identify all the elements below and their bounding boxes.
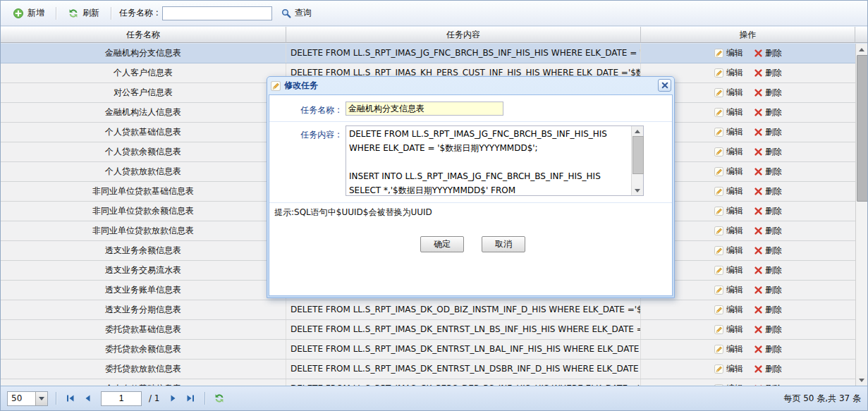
edit-pencil-icon — [714, 207, 723, 216]
edit-link[interactable]: 编辑 — [714, 142, 743, 161]
edit-link[interactable]: 编辑 — [714, 320, 743, 339]
delete-link[interactable]: 删除 — [754, 83, 782, 102]
pager-refresh-button[interactable] — [213, 392, 226, 405]
query-button[interactable]: 查询 — [276, 4, 317, 22]
edit-pencil-icon — [271, 81, 281, 91]
edit-link-label: 编辑 — [726, 202, 743, 221]
grid-vertical-scrollbar[interactable] — [855, 44, 867, 386]
page-total-label: / 1 — [149, 393, 160, 403]
table-row[interactable]: 个人存款基础信息表 DELETE FROM LL.S_RPT_IMAS_CK_P… — [1, 379, 855, 386]
grid-header: 任务名称 任务内容 操作 — [1, 27, 867, 44]
column-header-content[interactable]: 任务内容 — [286, 27, 641, 43]
prev-page-button[interactable] — [81, 392, 94, 405]
edit-link[interactable]: 编辑 — [714, 83, 743, 102]
scroll-up-button[interactable] — [632, 126, 643, 136]
edit-link[interactable]: 编辑 — [714, 162, 743, 181]
edit-link[interactable]: 编辑 — [714, 103, 743, 122]
edit-link[interactable]: 编辑 — [714, 202, 743, 221]
next-page-button[interactable] — [167, 392, 180, 405]
edit-pencil-icon — [714, 147, 723, 157]
combo-dropdown-button[interactable] — [35, 392, 47, 405]
delete-x-icon — [754, 365, 762, 373]
delete-link[interactable]: 删除 — [754, 241, 782, 260]
scrollbar-thumb[interactable] — [632, 136, 644, 174]
table-row[interactable]: 委托贷款放款信息表 DELETE FROM LL.S_RPT_IMAS_DK_E… — [1, 360, 855, 379]
add-button[interactable]: 新增 — [8, 4, 49, 22]
table-row[interactable]: 委托贷款基础信息表 DELETE FROM LL.S_RPT_IMAS_DK_E… — [1, 320, 855, 340]
page-number-input[interactable] — [101, 391, 142, 406]
task-name-input[interactable] — [346, 102, 503, 116]
cancel-button[interactable]: 取消 — [482, 236, 525, 252]
delete-link-label: 删除 — [765, 340, 782, 359]
delete-link[interactable]: 删除 — [754, 162, 782, 181]
scroll-down-button[interactable] — [856, 374, 867, 386]
textarea-scrollbar[interactable] — [631, 126, 643, 195]
delete-link[interactable]: 删除 — [754, 261, 782, 280]
delete-link-label: 删除 — [765, 221, 782, 240]
task-manager-window: 新增 刷新 任务名称 : 查询 任务名称 任务内容 操作 金融机构分支信息表 — [0, 0, 868, 411]
column-header-name[interactable]: 任务名称 — [1, 27, 286, 43]
delete-link[interactable]: 删除 — [754, 44, 782, 63]
delete-link[interactable]: 删除 — [754, 320, 782, 339]
delete-x-icon — [754, 326, 762, 333]
page-size-select[interactable]: 50 — [7, 391, 48, 406]
delete-link[interactable]: 删除 — [754, 379, 782, 386]
delete-link[interactable]: 删除 — [754, 123, 782, 142]
delete-link[interactable]: 删除 — [754, 300, 782, 319]
ok-button[interactable]: 确定 — [420, 236, 464, 252]
scrollbar-thumb[interactable] — [857, 55, 868, 202]
task-content-cell: DELETE FROM LL.S_RPT_IMAS_DK_ENTRST_LN_D… — [286, 360, 641, 379]
row-actions: 编辑 删除 — [641, 44, 855, 63]
column-header-ops[interactable]: 操作 — [641, 27, 855, 43]
dialog-close-button[interactable] — [658, 79, 671, 92]
task-name-cell: 个人存款基础信息表 — [1, 379, 286, 386]
delete-link[interactable]: 删除 — [754, 142, 782, 161]
dialog-body: 任务名称 : 任务内容 : DELETE FROM LL.S_RPT_IMAS_… — [269, 94, 673, 296]
delete-link[interactable]: 删除 — [754, 63, 782, 82]
edit-link[interactable]: 编辑 — [714, 221, 743, 240]
edit-link[interactable]: 编辑 — [714, 360, 743, 379]
search-input[interactable] — [162, 6, 272, 20]
table-row[interactable]: 委托贷款余额信息表 DELETE FROM LL.S_RPT_IMAS_DK_E… — [1, 340, 855, 360]
delete-link[interactable]: 删除 — [754, 202, 782, 221]
last-page-button[interactable] — [184, 392, 197, 405]
table-row[interactable]: 金融机构分支信息表 DELETE FROM LL.S_RPT_IMAS_JG_F… — [1, 44, 855, 63]
delete-link[interactable]: 删除 — [754, 103, 782, 122]
delete-link[interactable]: 删除 — [754, 340, 782, 359]
edit-link[interactable]: 编辑 — [714, 241, 743, 260]
add-button-label: 新增 — [27, 7, 44, 19]
edit-link[interactable]: 编辑 — [714, 44, 743, 63]
delete-link[interactable]: 删除 — [754, 360, 782, 379]
delete-link-label: 删除 — [765, 300, 782, 319]
delete-link[interactable]: 删除 — [754, 221, 782, 240]
row-actions: 编辑 删除 — [641, 320, 855, 339]
dialog-titlebar[interactable]: 修改任务 — [267, 77, 674, 94]
chevron-down-icon — [39, 397, 44, 400]
edit-link[interactable]: 编辑 — [714, 261, 743, 280]
row-actions: 编辑 删除 — [641, 379, 855, 386]
edit-link[interactable]: 编辑 — [714, 340, 743, 359]
edit-link-label: 编辑 — [726, 320, 743, 339]
delete-link[interactable]: 删除 — [754, 182, 782, 201]
edit-pencil-icon — [714, 88, 723, 97]
refresh-button[interactable]: 刷新 — [63, 4, 104, 22]
column-header-stub — [855, 27, 867, 43]
task-content-textarea[interactable]: DELETE FROM LL.S_RPT_IMAS_JG_FNC_BRCH_BS… — [346, 126, 637, 195]
task-content-cell: DELETE FROM LL.S_RPT_IMAS_DK_OD_BIZ_INST… — [286, 300, 641, 319]
delete-x-icon — [754, 306, 762, 314]
edit-link[interactable]: 编辑 — [714, 63, 743, 82]
edit-pencil-icon — [714, 68, 723, 78]
edit-link[interactable]: 编辑 — [714, 300, 743, 319]
delete-link[interactable]: 删除 — [754, 281, 782, 300]
edit-link[interactable]: 编辑 — [714, 123, 743, 142]
first-page-button[interactable] — [64, 392, 77, 405]
task-name-cell: 委托贷款基础信息表 — [1, 320, 286, 339]
delete-x-icon — [754, 188, 762, 195]
task-name-cell: 委托贷款余额信息表 — [1, 340, 286, 359]
scroll-up-button[interactable] — [856, 44, 867, 55]
edit-link[interactable]: 编辑 — [714, 281, 743, 300]
scroll-down-button[interactable] — [632, 185, 643, 195]
table-row[interactable]: 透支业务分期信息表 DELETE FROM LL.S_RPT_IMAS_DK_O… — [1, 300, 855, 320]
edit-link[interactable]: 编辑 — [714, 379, 743, 386]
edit-link[interactable]: 编辑 — [714, 182, 743, 201]
